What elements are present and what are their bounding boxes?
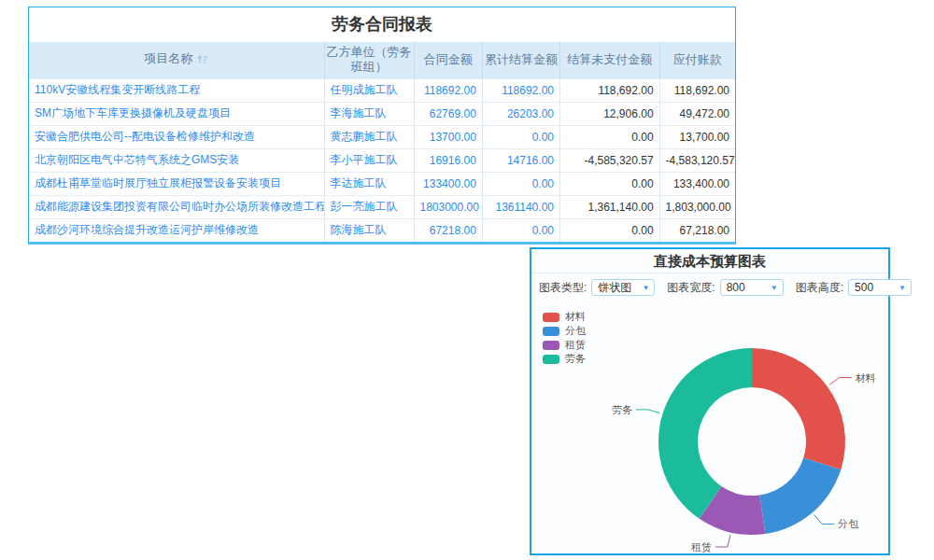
chart-type-control: 图表类型: 饼状图 ▼ — [539, 279, 655, 296]
pie-label-leader-line — [829, 378, 851, 385]
chart-height-select[interactable]: 500 ▼ — [848, 279, 912, 296]
cell-payable: 118,692.00 — [659, 78, 735, 102]
chevron-down-icon: ▼ — [771, 281, 778, 296]
pie-label-leader-line — [636, 410, 659, 413]
cell-unpaid: -4,585,320.57 — [559, 148, 659, 172]
table-header-row: 项目名称 乙方单位（劳务班组） 合同金额 累计结算金额 结算未支付金额 应付账款 — [29, 42, 735, 78]
cell-settled: 118692.00 — [482, 78, 559, 102]
chart-controls: 图表类型: 饼状图 ▼ 图表宽度: 800 ▼ 图表高度: 500 ▼ — [531, 273, 888, 301]
cell-settled: 0.00 — [482, 125, 559, 148]
cell-payable: 13,700.00 — [659, 125, 735, 148]
labor-contract-report-panel: 劳务合同报表 项目名称 乙方单位（劳务班组） 合同金额 累计结算金额 结算未支付… — [28, 7, 736, 245]
column-header-unit[interactable]: 乙方单位（劳务班组） — [324, 42, 414, 78]
column-header-payable[interactable]: 应付账款 — [659, 42, 735, 78]
cell-project[interactable]: 成都沙河环境综合提升改造运河护岸维修改造 — [29, 218, 324, 242]
sort-icon[interactable] — [197, 53, 208, 68]
cell-project[interactable]: 北京朝阳区电气中芯特气系统之GMS安装 — [29, 148, 324, 172]
cell-settled: 14716.00 — [482, 148, 559, 172]
column-header-settled-amount[interactable]: 累计结算金额 — [482, 42, 559, 78]
table-row: 北京朝阳区电气中芯特气系统之GMS安装李小平施工队16916.0014716.0… — [29, 148, 735, 172]
cell-contract: 67218.00 — [414, 218, 482, 242]
column-header-unpaid-amount[interactable]: 结算未支付金额 — [559, 42, 659, 78]
cell-payable: 49,472.00 — [659, 102, 735, 125]
chart-type-value: 饼状图 — [598, 281, 631, 294]
pie-slice-label: 材料 — [856, 372, 876, 384]
cell-unit[interactable]: 李海施工队 — [324, 102, 414, 125]
pie-slice-0[interactable] — [752, 348, 845, 469]
chart-width-select[interactable]: 800 ▼ — [720, 279, 784, 296]
chart-height-label: 图表高度: — [796, 280, 843, 296]
cell-unpaid: 0.00 — [559, 125, 659, 148]
cell-unit[interactable]: 黄志鹏施工队 — [324, 125, 414, 148]
cell-project[interactable]: 成都杜甫草堂临时展厅独立展柜报警设备安装项目 — [29, 172, 324, 195]
column-header-project-label: 项目名称 — [144, 51, 192, 65]
cell-settled: 0.00 — [482, 218, 559, 242]
cell-settled: 26203.00 — [482, 102, 559, 125]
chart-width-control: 图表宽度: 800 ▼ — [667, 279, 783, 296]
cell-payable: -4,583,120.57 — [659, 148, 735, 172]
cell-contract: 13700.00 — [414, 125, 482, 148]
cell-unit[interactable]: 李达施工队 — [324, 172, 414, 195]
cell-contract: 16916.00 — [414, 148, 482, 172]
chart-type-label: 图表类型: — [539, 280, 587, 296]
cell-unpaid: 0.00 — [559, 218, 659, 242]
cell-payable: 133,400.00 — [659, 172, 735, 195]
pie-label-leader-line — [814, 515, 834, 525]
pie-slice-1[interactable] — [759, 458, 841, 534]
donut-chart: 材料分包租赁劳务 — [531, 301, 888, 558]
cell-settled: 1361140.00 — [482, 195, 559, 218]
chart-height-control: 图表高度: 500 ▼ — [796, 279, 912, 296]
chart-height-value: 500 — [855, 281, 873, 294]
cell-payable: 1,803,000.00 — [659, 195, 735, 218]
cell-project[interactable]: 110kV安徽线程集变开断线路工程 — [29, 78, 324, 102]
cell-unit[interactable]: 任明成施工队 — [324, 78, 414, 102]
cell-unit[interactable]: 陈海施工队 — [324, 218, 414, 242]
cell-unpaid: 12,906.00 — [559, 102, 659, 125]
cell-payable: 67,218.00 — [659, 218, 735, 242]
chart-width-label: 图表宽度: — [667, 280, 715, 296]
table-row: 成都沙河环境综合提升改造运河护岸维修改造陈海施工队67218.000.000.0… — [29, 218, 735, 242]
pie-chart-area: 材料分包租赁劳务 材料分包租赁劳务 — [531, 301, 888, 558]
chart-width-value: 800 — [727, 281, 745, 294]
table-row: 110kV安徽线程集变开断线路工程任明成施工队118692.00118692.0… — [29, 78, 735, 102]
cell-contract: 118692.00 — [414, 78, 482, 102]
pie-slice-label: 劳务 — [612, 404, 632, 415]
table-row: 成都能源建设集团投资有限公司临时办公场所装修改造工程EPC彭一亮施工队18030… — [29, 195, 735, 218]
table-row: 安徽合肥供电公司--配电设备检修维护和改造黄志鹏施工队13700.000.000… — [29, 125, 735, 148]
column-header-contract-amount[interactable]: 合同金额 — [414, 42, 482, 78]
cell-unpaid: 0.00 — [559, 172, 659, 195]
chevron-down-icon: ▼ — [642, 281, 649, 296]
pie-slice-3[interactable] — [658, 348, 752, 519]
table-row: SM广场地下车库更换摄像机及硬盘项目李海施工队62769.0026203.001… — [29, 102, 735, 125]
cell-unit[interactable]: 彭一亮施工队 — [324, 195, 414, 218]
pie-slice-label: 分包 — [838, 518, 859, 529]
direct-cost-chart-panel: 直接成本预算图表 图表类型: 饼状图 ▼ 图表宽度: 800 ▼ 图表高度: 5… — [530, 247, 890, 555]
cell-unpaid: 118,692.00 — [559, 78, 659, 102]
pie-slice-label: 租赁 — [691, 541, 712, 553]
chart-type-select[interactable]: 饼状图 ▼ — [591, 279, 655, 296]
cell-contract: 62769.00 — [414, 102, 482, 125]
cell-contract: 133400.00 — [414, 172, 482, 195]
column-header-project[interactable]: 项目名称 — [29, 42, 324, 78]
cell-project[interactable]: 成都能源建设集团投资有限公司临时办公场所装修改造工程EPC — [29, 195, 324, 218]
cell-contract: 1803000.00 — [414, 195, 482, 218]
report-table: 项目名称 乙方单位（劳务班组） 合同金额 累计结算金额 结算未支付金额 应付账款… — [29, 42, 735, 242]
table-row: 成都杜甫草堂临时展厅独立展柜报警设备安装项目李达施工队133400.000.00… — [29, 172, 735, 195]
cell-project[interactable]: SM广场地下车库更换摄像机及硬盘项目 — [29, 102, 324, 125]
report-title: 劳务合同报表 — [29, 7, 735, 42]
cell-unpaid: 1,361,140.00 — [559, 195, 659, 218]
chart-title: 直接成本预算图表 — [531, 249, 888, 273]
chevron-down-icon: ▼ — [899, 281, 906, 296]
cell-project[interactable]: 安徽合肥供电公司--配电设备检修维护和改造 — [29, 125, 324, 148]
cell-settled: 0.00 — [482, 172, 559, 195]
pie-label-leader-line — [715, 535, 730, 547]
cell-unit[interactable]: 李小平施工队 — [324, 148, 414, 172]
